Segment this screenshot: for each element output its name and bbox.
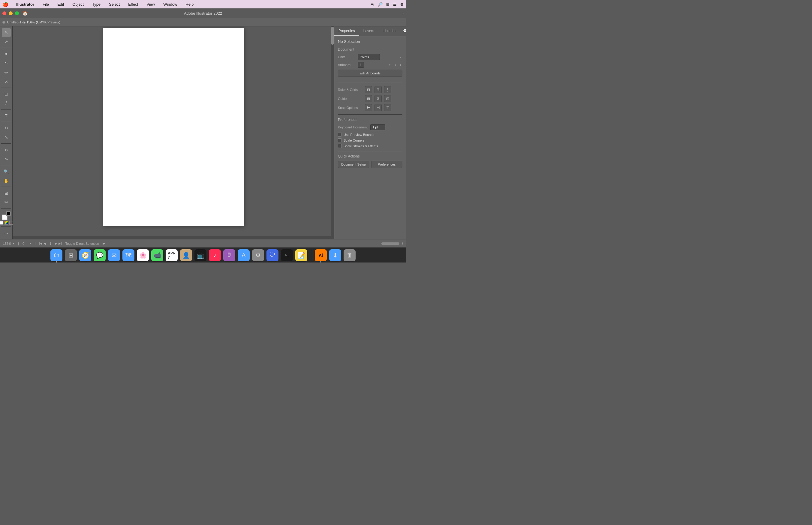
fill-none-icon[interactable] xyxy=(0,221,3,225)
maximize-button[interactable] xyxy=(15,11,19,15)
scale-tool[interactable]: ⤡ xyxy=(2,133,11,142)
grid-icon[interactable]: ⊞ xyxy=(386,2,390,6)
dock-appstore[interactable]: A xyxy=(238,249,250,261)
dock-maps[interactable]: 🗺 xyxy=(122,249,134,261)
direct-selection-tool[interactable]: ↗ xyxy=(2,38,11,46)
dock-music[interactable]: ♪ xyxy=(209,249,221,261)
smart-guides-icon[interactable]: ⊡ xyxy=(384,95,391,102)
scrollbar-vertical-thumb[interactable] xyxy=(331,27,334,45)
keyboard-increment-input[interactable]: 1 pt xyxy=(370,124,385,130)
rotate-tool[interactable]: ↻ xyxy=(2,124,11,133)
scrollbar-horizontal[interactable] xyxy=(13,236,331,239)
menu-type[interactable]: Type xyxy=(90,1,102,7)
rectangle-tool[interactable]: □ xyxy=(2,90,11,99)
dock-launchpad[interactable]: ⊞ xyxy=(65,249,77,261)
dock-calendar[interactable]: APR7 xyxy=(166,249,178,261)
artboard-select[interactable]: 1 xyxy=(358,62,364,68)
search-icon[interactable]: 🔎 xyxy=(378,2,382,6)
dock-appletv[interactable]: 📺 xyxy=(194,249,207,261)
pencil-tool[interactable]: ℰ xyxy=(2,77,11,86)
dock-facetime[interactable]: 📹 xyxy=(151,249,163,261)
menu-help[interactable]: Help xyxy=(184,1,195,7)
use-preview-bounds-checkbox[interactable] xyxy=(338,133,342,136)
dock-contacts[interactable]: 👤 xyxy=(180,249,192,261)
artboard-tool[interactable]: ⊞ xyxy=(2,189,11,197)
minimize-button[interactable] xyxy=(9,11,13,15)
grid-icon[interactable]: ⊞ xyxy=(375,86,382,93)
toggle-icon[interactable]: ▶ xyxy=(103,241,105,245)
preferences-button[interactable]: Preferences xyxy=(371,161,403,168)
dock-podcasts[interactable]: 🎙 xyxy=(223,249,235,261)
dock-notes[interactable]: 📝 xyxy=(295,249,307,261)
stroke-swatch[interactable] xyxy=(6,211,11,216)
dock-mail[interactable]: ✉ xyxy=(108,249,120,261)
expand-icon[interactable]: ⟩ xyxy=(402,241,403,245)
zoom-tool[interactable]: 🔍 xyxy=(2,167,11,176)
document-setup-button[interactable]: Document Setup xyxy=(338,161,370,168)
snap-pixel-icon[interactable]: ⊤ xyxy=(384,104,391,111)
none-icon[interactable] xyxy=(9,221,13,225)
apple-menu[interactable]: 🍎 xyxy=(2,1,9,7)
artboard-next-button[interactable]: › xyxy=(399,62,402,68)
snap-grid-icon[interactable]: ⊣ xyxy=(375,104,382,111)
minus-icon[interactable]: ⊖ xyxy=(400,2,404,6)
blend-tool[interactable]: ∞ xyxy=(2,155,11,164)
tab-close-button[interactable]: × xyxy=(2,21,5,24)
edit-artboards-button[interactable]: Edit Artboards xyxy=(338,70,402,77)
tab-layers[interactable]: Layers xyxy=(359,26,378,36)
hand-tool[interactable]: ✋ xyxy=(2,176,11,185)
ruler-icon[interactable]: ⊟ xyxy=(365,86,372,93)
artboard[interactable] xyxy=(103,28,244,226)
scale-corners-checkbox[interactable] xyxy=(338,138,342,142)
dock-finder[interactable]: 🗂 xyxy=(50,249,62,261)
selection-tool[interactable]: ↖ xyxy=(2,28,11,37)
home-icon[interactable]: 🏠 xyxy=(22,11,28,16)
tab-document[interactable]: Untitled-1 @ 156% (CMYK/Preview) xyxy=(7,20,60,24)
menu-edit[interactable]: Edit xyxy=(56,1,66,7)
menu-file[interactable]: File xyxy=(41,1,51,7)
artboard-first-button[interactable]: |◀ xyxy=(39,242,42,245)
line-tool[interactable]: / xyxy=(2,99,11,108)
artboard-prev-button[interactable]: ‹ xyxy=(393,62,397,68)
close-button[interactable] xyxy=(2,11,6,15)
artboard-last-button[interactable]: ▶| xyxy=(59,242,62,245)
dock-photos[interactable]: 🌸 xyxy=(137,249,149,261)
menu-view[interactable]: View xyxy=(145,1,156,7)
dock-terminal[interactable]: >_ xyxy=(281,249,293,261)
curvature-tool[interactable]: 〜 xyxy=(2,59,11,68)
more-tools[interactable]: ··· xyxy=(2,229,11,237)
units-select[interactable]: Points Pixels Inches Centimeters Millime… xyxy=(358,54,380,60)
dock-systemprefs[interactable]: ⚙ xyxy=(252,249,264,261)
snap-point-icon[interactable]: ⊢ xyxy=(365,104,372,111)
artboard-prev-button[interactable]: ◀ xyxy=(44,242,46,245)
dock-downloads[interactable]: ⬇ xyxy=(329,249,341,261)
lock-guides-icon[interactable]: ⊠ xyxy=(375,95,382,102)
scrollbar-vertical[interactable] xyxy=(331,26,334,239)
dock-safari[interactable]: 🧭 xyxy=(79,249,91,261)
menu-select[interactable]: Select xyxy=(107,1,122,7)
dock-illustrator[interactable]: Ai xyxy=(315,249,327,261)
slice-tool[interactable]: ✂ xyxy=(2,198,11,207)
panel-chat-icon[interactable]: 💬 xyxy=(401,26,406,36)
tab-properties[interactable]: Properties xyxy=(334,26,359,36)
menu-object[interactable]: Object xyxy=(71,1,86,7)
collapse-button[interactable]: ⟩ xyxy=(402,11,404,15)
show-guides-icon[interactable]: ⊞ xyxy=(365,95,372,102)
scrollbar-horizontal-thumb[interactable] xyxy=(381,242,400,245)
paintbrush-tool[interactable]: ✏ xyxy=(2,68,11,77)
artboard-next-button[interactable]: ▶ xyxy=(55,242,57,245)
pen-tool[interactable]: ✒ xyxy=(2,50,11,59)
warp-tool[interactable]: ⌀ xyxy=(2,146,11,154)
dock-trash[interactable]: 🗑 xyxy=(344,249,356,261)
menu-effect[interactable]: Effect xyxy=(126,1,140,7)
gradient-icon[interactable] xyxy=(4,221,8,225)
pixel-grid-icon[interactable]: ⋮ xyxy=(384,86,391,93)
tab-libraries[interactable]: Libraries xyxy=(378,26,401,36)
dock-messages[interactable]: 💬 xyxy=(94,249,106,261)
menu-window[interactable]: Window xyxy=(162,1,179,7)
menu-illustrator[interactable]: Illustrator xyxy=(14,1,36,7)
type-tool[interactable]: T xyxy=(2,111,11,120)
scale-strokes-effects-checkbox[interactable] xyxy=(338,144,342,148)
control-icon[interactable]: ☰ xyxy=(393,2,397,6)
dock-nordvpn[interactable]: 🛡 xyxy=(267,249,279,261)
